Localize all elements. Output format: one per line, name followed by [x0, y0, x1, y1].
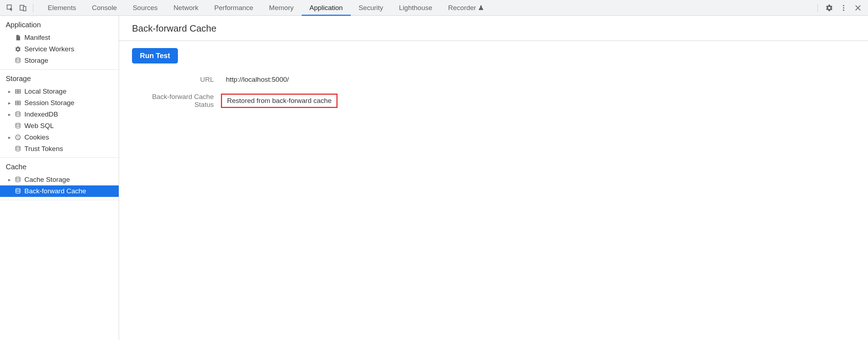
sidebar-item-manifest[interactable]: ▸ Manifest [0, 32, 119, 43]
section-storage: Storage ▸ Local Storage ▸ Session Storag… [0, 70, 119, 158]
gear-icon [825, 4, 833, 12]
tab-elements[interactable]: Elements [40, 0, 84, 15]
tab-label: Performance [214, 4, 253, 12]
inspect-icon [6, 4, 14, 12]
database-icon [14, 111, 22, 118]
panel-tabs: Elements Console Sources Network Perform… [40, 0, 492, 15]
database-icon [14, 146, 22, 152]
file-icon [14, 34, 22, 41]
section-title: Application [0, 16, 119, 32]
sidebar-item-label: Web SQL [24, 122, 54, 130]
sidebar-item-service-workers[interactable]: ▸ Service Workers [0, 43, 119, 55]
table-icon [14, 88, 22, 95]
content-pane: Back-forward Cache Run Test URL http://l… [119, 16, 868, 340]
close-devtools-button[interactable] [852, 1, 864, 14]
sidebar-item-label: Back-forward Cache [24, 187, 86, 195]
database-icon [14, 176, 22, 183]
expand-arrow[interactable]: ▸ [7, 134, 11, 140]
device-toggle-button[interactable] [16, 1, 29, 14]
tab-label: Memory [269, 4, 294, 12]
content-header: Back-forward Cache [119, 16, 868, 41]
toolbar-divider [33, 4, 33, 12]
page-title: Back-forward Cache [132, 23, 855, 34]
content-body: Run Test URL http://localhost:5000/ Back… [119, 41, 868, 123]
devtools-toolbar: Elements Console Sources Network Perform… [0, 0, 868, 16]
section-cache: Cache ▸ Cache Storage ▸ Back-forward Cac… [0, 158, 119, 200]
svg-point-15 [18, 138, 19, 139]
info-row-url: URL http://localhost:5000/ [132, 74, 855, 86]
tab-label: Sources [133, 4, 158, 12]
tab-label: Elements [48, 4, 76, 12]
sidebar-item-label: Cookies [24, 133, 49, 141]
svg-point-11 [15, 135, 20, 140]
section-title: Cache [0, 158, 119, 174]
settings-button[interactable] [823, 1, 836, 14]
table-icon [14, 100, 22, 106]
gear-icon [14, 46, 22, 52]
flask-icon [478, 5, 484, 11]
tab-network[interactable]: Network [166, 0, 207, 15]
sidebar-item-local-storage[interactable]: ▸ Local Storage [0, 86, 119, 97]
tab-security[interactable]: Security [351, 0, 391, 15]
toolbar-left: Elements Console Sources Network Perform… [4, 0, 492, 15]
sidebar-item-back-forward-cache[interactable]: ▸ Back-forward Cache [0, 185, 119, 197]
expand-arrow[interactable]: ▸ [7, 112, 11, 117]
expand-arrow[interactable]: ▸ [7, 100, 11, 106]
close-icon [854, 4, 862, 11]
svg-point-16 [16, 146, 20, 148]
main-area: Application ▸ Manifest ▸ Service Workers… [0, 16, 868, 340]
sidebar-item-cookies[interactable]: ▸ Cookies [0, 132, 119, 143]
sidebar-item-label: Manifest [24, 34, 50, 42]
sidebar-item-indexeddb[interactable]: ▸ IndexedDB [0, 109, 119, 120]
inspect-element-button[interactable] [4, 1, 16, 14]
svg-point-5 [843, 9, 844, 11]
tab-sources[interactable]: Sources [125, 0, 166, 15]
svg-point-12 [17, 136, 18, 137]
expand-arrow[interactable]: ▸ [7, 89, 11, 94]
svg-point-9 [16, 112, 20, 114]
svg-point-3 [843, 5, 844, 6]
svg-point-17 [16, 177, 20, 179]
run-test-button[interactable]: Run Test [132, 48, 178, 63]
cookie-icon [14, 134, 22, 141]
svg-point-13 [18, 136, 19, 137]
sidebar-item-label: Session Storage [24, 99, 74, 107]
sidebar-item-label: IndexedDB [24, 110, 58, 118]
sidebar-item-label: Storage [24, 57, 48, 65]
svg-point-4 [843, 7, 844, 9]
database-icon [14, 123, 22, 129]
tab-label: Console [92, 4, 117, 12]
info-grid: URL http://localhost:5000/ Back-forward … [132, 74, 855, 109]
expand-arrow[interactable]: ▸ [7, 177, 11, 183]
svg-point-18 [16, 189, 20, 190]
more-button[interactable] [837, 1, 850, 14]
sidebar-item-trust-tokens[interactable]: ▸ Trust Tokens [0, 143, 119, 155]
section-title: Storage [0, 70, 119, 86]
sidebar-item-storage[interactable]: ▸ Storage [0, 55, 119, 66]
tab-label: Security [359, 4, 383, 12]
info-value-url: http://localhost:5000/ [221, 74, 294, 86]
sidebar-item-label: Local Storage [24, 88, 66, 95]
tab-performance[interactable]: Performance [206, 0, 261, 15]
database-icon [14, 57, 22, 64]
sidebar-item-web-sql[interactable]: ▸ Web SQL [0, 120, 119, 132]
sidebar-item-cache-storage[interactable]: ▸ Cache Storage [0, 174, 119, 185]
sidebar-item-label: Service Workers [24, 45, 74, 53]
info-label: URL [132, 76, 221, 84]
svg-rect-2 [23, 6, 26, 11]
tab-label: Network [174, 4, 199, 12]
info-label: Back-forward Cache Status [132, 93, 221, 109]
tab-memory[interactable]: Memory [261, 0, 302, 15]
info-value-status: Restored from back-forward cache [221, 94, 338, 108]
sidebar-item-session-storage[interactable]: ▸ Session Storage [0, 97, 119, 109]
tab-lighthouse[interactable]: Lighthouse [391, 0, 440, 15]
svg-point-6 [16, 58, 20, 60]
tab-label: Lighthouse [399, 4, 432, 12]
tab-recorder[interactable]: Recorder [440, 0, 492, 15]
tab-console[interactable]: Console [84, 0, 125, 15]
kebab-icon [840, 4, 848, 12]
info-row-status: Back-forward Cache Status Restored from … [132, 93, 855, 109]
svg-point-10 [16, 123, 20, 125]
tab-application[interactable]: Application [302, 0, 351, 15]
tab-label: Recorder [448, 4, 476, 12]
